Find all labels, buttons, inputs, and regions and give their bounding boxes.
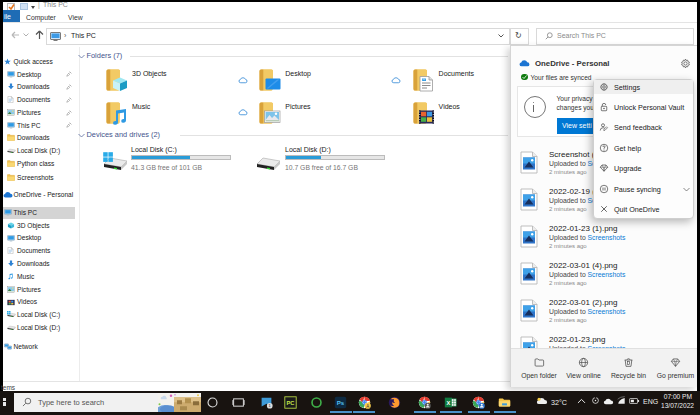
svg-text:Ps: Ps [337, 399, 345, 406]
svg-text:A: A [366, 403, 369, 408]
svg-text:X: X [447, 399, 451, 405]
svg-text:PC: PC [287, 399, 295, 405]
